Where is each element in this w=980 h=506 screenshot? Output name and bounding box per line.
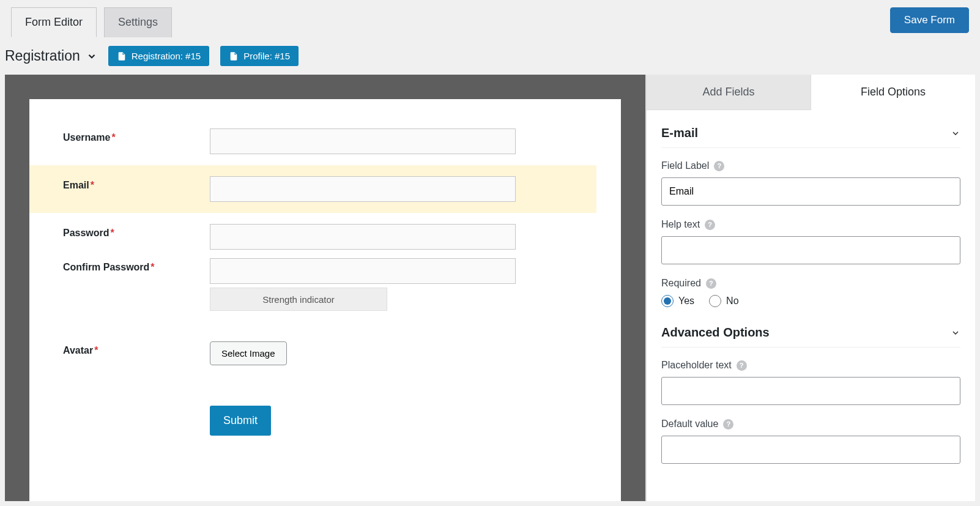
option-label: Default value — [661, 419, 718, 430]
field-label: Confirm Password* — [63, 258, 204, 273]
option-label: Placeholder text — [661, 360, 732, 371]
field-label: Username* — [63, 128, 204, 143]
chevron-down-icon — [86, 51, 97, 62]
field-label-input[interactable] — [661, 177, 960, 206]
help-icon[interactable]: ? — [705, 220, 715, 230]
submit-button[interactable]: Submit — [210, 406, 271, 436]
form-type-dropdown[interactable]: Registration — [5, 48, 97, 64]
required-no-radio[interactable] — [709, 295, 721, 307]
form-canvas-scroll[interactable]: Username* Email* Password* — [5, 75, 646, 501]
registration-page-label: Registration: #15 — [132, 51, 201, 61]
email-input-preview — [210, 176, 516, 202]
section-title: Advanced Options — [661, 326, 770, 340]
field-label: Password* — [63, 224, 204, 239]
required-yes-option[interactable]: Yes — [661, 295, 694, 307]
help-icon[interactable]: ? — [706, 278, 716, 289]
help-icon[interactable]: ? — [723, 419, 733, 430]
required-yes-radio[interactable] — [661, 295, 674, 307]
form-canvas: Username* Email* Password* — [29, 99, 621, 501]
tab-field-options[interactable]: Field Options — [811, 75, 975, 110]
help-icon[interactable]: ? — [737, 360, 747, 371]
profile-page-button[interactable]: Profile: #15 — [220, 46, 299, 66]
sidebar: Add Fields Field Options E-mail Field La… — [646, 75, 975, 501]
section-email[interactable]: E-mail — [661, 121, 960, 148]
default-value-input[interactable] — [661, 436, 960, 464]
submit-row: Submit — [29, 376, 590, 447]
form-type-label: Registration — [5, 48, 80, 64]
field-label: Email* — [63, 176, 204, 191]
option-label: Required — [661, 278, 701, 289]
section-title: E-mail — [661, 126, 698, 140]
tab-form-editor[interactable]: Form Editor — [11, 7, 97, 37]
chevron-down-icon — [951, 328, 960, 338]
password-input-preview — [210, 224, 516, 250]
section-advanced[interactable]: Advanced Options — [661, 321, 960, 348]
registration-page-button[interactable]: Registration: #15 — [108, 46, 209, 66]
tab-add-fields[interactable]: Add Fields — [647, 75, 811, 110]
strength-indicator: Strength indicator — [210, 288, 387, 311]
placeholder-input[interactable] — [661, 377, 960, 405]
required-no-option[interactable]: No — [709, 295, 738, 307]
tab-settings[interactable]: Settings — [104, 7, 172, 37]
field-label: Avatar* — [63, 341, 204, 356]
field-password[interactable]: Password* — [29, 213, 590, 252]
help-text-input[interactable] — [661, 236, 960, 264]
confirm-password-input-preview — [210, 258, 516, 284]
select-image-button[interactable]: Select Image — [210, 341, 287, 365]
help-icon[interactable]: ? — [714, 161, 724, 171]
field-email[interactable]: Email* — [29, 165, 596, 213]
username-input-preview — [210, 128, 516, 154]
option-label: Field Label — [661, 160, 709, 171]
field-avatar[interactable]: Avatar* Select Image — [29, 330, 590, 376]
chevron-down-icon — [951, 128, 960, 138]
document-icon — [117, 51, 127, 61]
document-icon — [229, 51, 239, 61]
profile-page-label: Profile: #15 — [243, 51, 290, 61]
save-form-button[interactable]: Save Form — [890, 7, 969, 33]
option-label: Help text — [661, 219, 700, 230]
field-confirm-password[interactable]: Confirm Password* Strength indicator — [29, 252, 590, 313]
sidebar-scroll[interactable]: E-mail Field Label ? Help text ? — [647, 110, 975, 501]
field-username[interactable]: Username* — [29, 117, 590, 165]
